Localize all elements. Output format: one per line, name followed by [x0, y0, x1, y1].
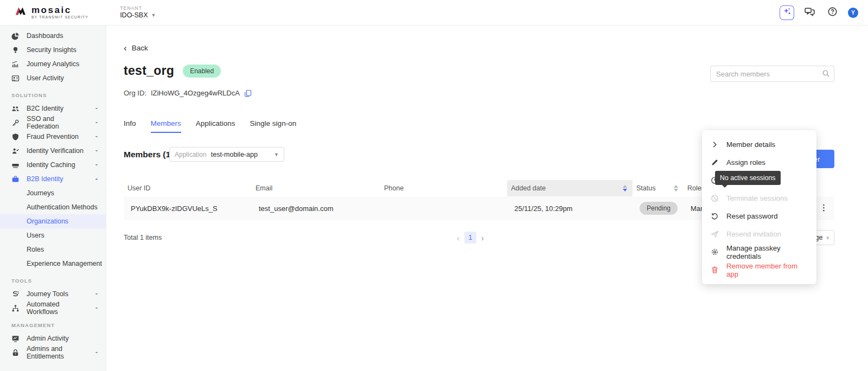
back-label: Back: [132, 44, 148, 52]
members-heading: Members (1): [124, 150, 173, 159]
menu-item-label: Assign roles: [726, 158, 765, 167]
chevron-down-icon: [94, 106, 99, 111]
chevron-down-icon: ▼: [274, 152, 279, 157]
brand-tagline: BY TRANSMIT SECURITY: [31, 16, 88, 20]
sidebar-item-label: Security Insights: [27, 46, 76, 54]
org-id-value: IZiHoWG_4Ozgeg4wRLDcA: [151, 89, 240, 97]
help-button[interactable]: [825, 5, 840, 20]
menu-item-assign-roles[interactable]: Assign roles: [702, 153, 816, 171]
mosaic-logo-icon: [14, 5, 27, 19]
tab-members[interactable]: Members: [151, 119, 181, 133]
back-button[interactable]: ‹ Back: [124, 43, 148, 53]
bulb-icon: [11, 46, 20, 54]
application-filter-select[interactable]: Application test-mobile-app ▼: [169, 147, 284, 162]
sidebar-item-label: Identity Caching: [27, 161, 75, 169]
chevron-down-icon: [94, 134, 99, 139]
briefcase-icon: [11, 175, 20, 183]
lock-icon: [11, 349, 20, 357]
chevron-down-icon: [94, 120, 99, 125]
sidebar-item-security-insights[interactable]: Security Insights: [0, 43, 106, 57]
gear-icon: [711, 248, 719, 256]
chevron-down-icon: [94, 350, 99, 355]
chevron-down-icon: [94, 148, 99, 153]
feedback-chat-button[interactable]: [802, 5, 817, 20]
sidebar-item-fraud-prevention[interactable]: Fraud Prevention: [0, 130, 106, 144]
app-window: mosaic BY TRANSMIT SECURITY TENANT IDO-S…: [0, 0, 868, 371]
sidebar-item-label: Fraud Prevention: [27, 133, 79, 140]
key-icon: [11, 119, 20, 127]
column-header-user-id: User ID: [124, 180, 252, 196]
sidebar-item-admins-and-entitlements[interactable]: Admins and Entitlements: [0, 346, 106, 360]
chevron-left-icon: ‹: [124, 43, 127, 53]
trash-icon: [711, 266, 719, 274]
sidebar-subitem-organizations[interactable]: Organizations: [0, 214, 106, 228]
sidebar-item-automated-workflows[interactable]: Automated Workflows: [0, 301, 106, 315]
sidebar-item-sso-and-federation[interactable]: SSO and Federation: [0, 116, 106, 130]
cell-status: Pending: [633, 202, 684, 215]
chevron-up-icon: [94, 176, 99, 182]
tab-applications[interactable]: Applications: [196, 119, 235, 133]
sidebar-item-user-activity[interactable]: User Activity: [0, 71, 106, 85]
chevron-down-icon: [94, 162, 99, 168]
sidebar-item-label: User Activity: [27, 74, 64, 82]
sidebar-item-b2c-identity[interactable]: B2C Identity: [0, 101, 106, 116]
search-members-input[interactable]: [710, 66, 834, 82]
ai-assistant-button[interactable]: [780, 5, 794, 20]
sidebar-section-solutions: SOLUTIONS: [11, 92, 106, 98]
column-header-status[interactable]: Status: [633, 180, 684, 196]
page-title: test_org: [124, 63, 174, 78]
next-page-button[interactable]: ›: [481, 234, 484, 242]
sidebar-subitem-journeys[interactable]: Journeys: [0, 186, 106, 200]
workflow-icon: [11, 304, 20, 312]
sidebar-item-journey-analytics[interactable]: Journey Analytics: [0, 57, 106, 71]
chevron-down-icon: [94, 291, 99, 297]
sidebar-item-admin-activity[interactable]: Admin Activity: [0, 331, 106, 346]
sidebar-subitem-users[interactable]: Users: [0, 228, 106, 242]
sidebar-item-dashboards[interactable]: Dashboards: [0, 29, 106, 43]
sidebar-item-label: B2C Identity: [27, 105, 63, 112]
sidebar-item-journey-tools[interactable]: Journey Tools: [0, 287, 106, 301]
tab-bar: InfoMembersApplicationsSingle sign-on: [124, 119, 296, 133]
previous-page-button[interactable]: ‹: [457, 234, 459, 242]
sidebar-item-identity-verification[interactable]: Identity Verification: [0, 144, 106, 158]
user-card-icon: [11, 74, 20, 82]
pagination: ‹ 1 ›: [457, 232, 484, 244]
menu-item-label: Terminate sessions: [726, 194, 788, 202]
sidebar-item-label: Admins and Entitlements: [27, 345, 87, 360]
sidebar-item-identity-caching[interactable]: Identity Caching: [0, 158, 106, 172]
menu-item-label: Resend invitation: [726, 230, 781, 238]
sidebar-subitem-authentication-methods[interactable]: Authentication Methods: [0, 200, 106, 214]
sidebar-subitem-experience-management[interactable]: Experience Management: [0, 257, 106, 271]
chart-icon: [11, 60, 20, 68]
sidebar-item-b2b-identity[interactable]: B2B Identity: [0, 172, 106, 186]
sidebar-subitem-roles[interactable]: Roles: [0, 242, 106, 257]
org-id-label: Org ID:: [124, 89, 146, 97]
menu-item-reset-password[interactable]: Reset password: [702, 207, 816, 225]
tenant-switcher[interactable]: TENANT IDO-SBX ▼: [120, 5, 156, 19]
shield-icon: [11, 133, 20, 141]
page-number-button[interactable]: 1: [464, 232, 476, 244]
menu-item-remove-member-from-app[interactable]: Remove member from app: [702, 261, 816, 279]
copy-icon[interactable]: [244, 89, 252, 97]
search-icon: [822, 69, 830, 78]
cell-added-date: 25/11/25, 10:29pm: [507, 204, 633, 213]
top-bar: mosaic BY TRANSMIT SECURITY TENANT IDO-S…: [0, 0, 868, 25]
tooltip-text: No active sessions: [720, 174, 776, 182]
tab-single-sign-on[interactable]: Single sign-on: [250, 119, 297, 133]
row-actions-kebab-icon[interactable]: ⋮: [820, 203, 828, 213]
cell-user-id: PYukDBX9k-zIDGVUeLs_S: [124, 204, 252, 213]
sort-arrows-icon: [674, 185, 678, 191]
chevron-down-icon: ∨: [826, 235, 829, 240]
menu-item-member-details[interactable]: Member details: [702, 136, 816, 153]
sidebar-item-label: Journey Tools: [27, 290, 68, 298]
column-header-added-date[interactable]: Added date: [507, 180, 633, 196]
user-avatar[interactable]: Y: [848, 8, 858, 18]
menu-item-manage-passkey-credentials[interactable]: Manage passkey credentials: [702, 243, 816, 261]
column-header-label: Status: [636, 184, 655, 192]
brand-name: mosaic: [31, 5, 88, 15]
application-filter-value: test-mobile-app: [211, 151, 258, 158]
tab-info[interactable]: Info: [124, 119, 136, 133]
application-filter-label: Application: [175, 151, 207, 158]
column-header-email: Email: [252, 180, 380, 196]
menu-item-label: Manage passkey credentials: [726, 244, 808, 260]
